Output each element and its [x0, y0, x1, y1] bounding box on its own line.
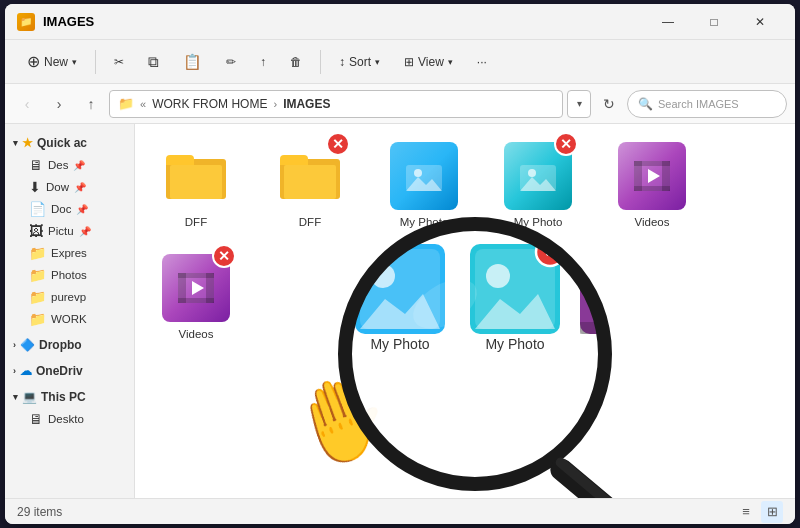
- purevp-label: purevp: [51, 291, 86, 303]
- dropbox-header[interactable]: › 🔷 Dropbo: [5, 334, 134, 356]
- sidebar-item-desktop2[interactable]: 🖥 Deskto: [5, 408, 134, 430]
- svg-rect-41: [546, 454, 683, 498]
- folder-icon-2: [280, 151, 340, 201]
- new-button[interactable]: ⊕ New ▾: [17, 47, 87, 76]
- delete-badge-photo2[interactable]: ✕: [554, 132, 578, 156]
- sidebar-item-work[interactable]: 📁 WORK: [5, 308, 134, 330]
- file-item-videos1[interactable]: Videos: [607, 140, 697, 228]
- paste-button[interactable]: 📋: [173, 48, 212, 76]
- view-label: View: [418, 55, 444, 69]
- file-item-dff1[interactable]: DFF: [151, 140, 241, 228]
- file-label-videos1: Videos: [635, 216, 670, 228]
- hand-emoji: 🤚: [277, 360, 403, 483]
- work-icon: 📁: [29, 311, 46, 327]
- thispc-expand-icon: ▾: [13, 392, 18, 402]
- back-button[interactable]: ‹: [13, 90, 41, 118]
- search-box[interactable]: 🔍 Search IMAGES: [627, 90, 787, 118]
- path-folder-icon: 📁: [118, 96, 134, 111]
- thispc-label: This PC: [41, 390, 86, 404]
- onedrive-header[interactable]: › ☁ OneDriv: [5, 360, 134, 382]
- pin-icon2: 📌: [74, 182, 86, 193]
- new-chevron: ▾: [72, 57, 77, 67]
- folder-icon-1: [166, 151, 226, 201]
- refresh-button[interactable]: ↻: [595, 90, 623, 118]
- delete-button[interactable]: 🗑: [280, 50, 312, 74]
- folder-icon-wrap-2: ✕: [274, 140, 346, 212]
- sort-chevron: ▾: [375, 57, 380, 67]
- sidebar-item-purevp[interactable]: 📁 purevp: [5, 286, 134, 308]
- forward-button[interactable]: ›: [45, 90, 73, 118]
- sidebar-item-desktop[interactable]: 🖥 Des 📌: [5, 154, 134, 176]
- new-label: New: [44, 55, 68, 69]
- sidebar-item-pictures[interactable]: 🖼 Pictu 📌: [5, 220, 134, 242]
- list-view-button[interactable]: ≡: [735, 501, 757, 523]
- desktop-icon: 🖥: [29, 157, 43, 173]
- share-icon: ↑: [260, 55, 266, 69]
- folder-inner-2: [284, 165, 336, 199]
- view-chevron: ▾: [448, 57, 453, 67]
- file-item-dff2[interactable]: ✕ DFF: [265, 140, 355, 228]
- purevp-icon: 📁: [29, 289, 46, 305]
- documents-icon: 📄: [29, 201, 46, 217]
- search-icon: 🔍: [638, 97, 653, 111]
- photos-icon: 📁: [29, 267, 46, 283]
- search-placeholder: Search IMAGES: [658, 98, 739, 110]
- downloads-icon: ⬇: [29, 179, 41, 195]
- more-icon: ···: [477, 55, 487, 69]
- sort-label: Sort: [349, 55, 371, 69]
- documents-label: Doc: [51, 203, 71, 215]
- svg-rect-15: [178, 273, 214, 278]
- dropbox-icon: 🔷: [20, 338, 35, 352]
- share-button[interactable]: ↑: [250, 50, 276, 74]
- minimize-button[interactable]: —: [645, 4, 691, 40]
- address-bar: ‹ › ↑ 📁 « WORK FROM HOME › IMAGES ▾ ↻ 🔍 …: [5, 84, 795, 124]
- copy-button[interactable]: ⧉: [138, 48, 169, 76]
- photos-label: Photos: [51, 269, 87, 281]
- address-path[interactable]: 📁 « WORK FROM HOME › IMAGES: [109, 90, 563, 118]
- maximize-button[interactable]: □: [691, 4, 737, 40]
- thispc-icon: 💻: [22, 390, 37, 404]
- quick-access-header[interactable]: ▾ ★ Quick ac: [5, 132, 134, 154]
- files-grid: DFF ✕ DFF: [151, 140, 779, 228]
- sidebar-item-documents[interactable]: 📄 Doc 📌: [5, 198, 134, 220]
- file-item-videos2[interactable]: ✕ Videos: [151, 252, 241, 340]
- sidebar-item-express[interactable]: 📁 Expres: [5, 242, 134, 264]
- file-label-photo2: My Photo: [514, 216, 563, 228]
- thispc-header[interactable]: ▾ 💻 This PC: [5, 386, 134, 408]
- status-view-icons: ≡ ⊞: [735, 501, 783, 523]
- express-label: Expres: [51, 247, 87, 259]
- copy-icon: ⧉: [148, 53, 159, 71]
- video-svg-2: [178, 273, 214, 303]
- pin-icon3: 📌: [76, 204, 88, 215]
- file-item-photo1[interactable]: My Photo: [379, 140, 469, 228]
- sidebar: ▾ ★ Quick ac 🖥 Des 📌 ⬇ Dow 📌 📄 Doc: [5, 124, 135, 498]
- rename-button[interactable]: ✏: [216, 50, 246, 74]
- onedrive-label: OneDriv: [36, 364, 83, 378]
- video-icon-wrap-2: ✕: [160, 252, 232, 324]
- close-button[interactable]: ✕: [737, 4, 783, 40]
- svg-rect-16: [178, 298, 214, 303]
- pin-icon: 📌: [73, 160, 85, 171]
- sort-button[interactable]: ↕ Sort ▾: [329, 50, 390, 74]
- up-button[interactable]: ↑: [77, 90, 105, 118]
- sidebar-item-downloads[interactable]: ⬇ Dow 📌: [5, 176, 134, 198]
- delete-badge-dff2[interactable]: ✕: [326, 132, 350, 156]
- delete-badge-videos2[interactable]: ✕: [212, 244, 236, 268]
- photo-folder-1: [390, 142, 458, 210]
- view-button[interactable]: ⊞ View ▾: [394, 50, 463, 74]
- file-label-photo1: My Photo: [400, 216, 449, 228]
- file-label-dff2: DFF: [299, 216, 321, 228]
- photo-icon-wrap-1: [388, 140, 460, 212]
- path-part2: IMAGES: [283, 97, 330, 111]
- window-icon: 📁: [17, 13, 35, 31]
- address-dropdown[interactable]: ▾: [567, 90, 591, 118]
- onedrive-section: › ☁ OneDriv: [5, 360, 134, 382]
- cut-button[interactable]: ✂: [104, 50, 134, 74]
- file-label-videos2: Videos: [179, 328, 214, 340]
- more-button[interactable]: ···: [467, 50, 497, 74]
- file-item-photo2[interactable]: ✕ My Photo: [493, 140, 583, 228]
- dropbox-expand-icon: ›: [13, 340, 16, 350]
- grid-view-button[interactable]: ⊞: [761, 501, 783, 523]
- video-icon-wrap-1: [616, 140, 688, 212]
- sidebar-item-photos[interactable]: 📁 Photos: [5, 264, 134, 286]
